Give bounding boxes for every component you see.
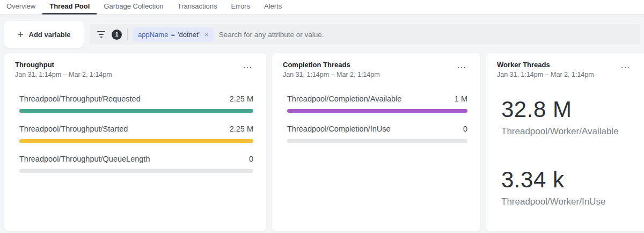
tab-transactions[interactable]: Transactions — [171, 0, 224, 14]
stat-label: Threadpool/Worker/Available — [501, 126, 631, 137]
metric-label: Threadpool/Throughput/Started — [19, 125, 128, 133]
tab-garbage-collection[interactable]: Garbage Collection — [97, 0, 170, 14]
card-time-range: Jan 31, 1:14pm – Mar 2, 1:14pm — [15, 71, 112, 78]
metric-label: Threadpool/Completion/InUse — [287, 125, 391, 133]
tab-overview[interactable]: Overview — [6, 0, 42, 14]
metric-value: 2.25 M — [230, 94, 253, 103]
metric-bar — [19, 169, 253, 173]
card-throughput: ThroughputJan 31, 1:14pm – Mar 2, 1:14pm… — [4, 53, 266, 231]
stat-value: 32.8 M — [501, 97, 631, 122]
card-header: Completion ThreadsJan 31, 1:14pm – Mar 2… — [283, 61, 467, 78]
metric-row: Threadpool/Throughput/Requested2.25 M — [19, 94, 253, 113]
card-time-range: Jan 31, 1:14pm – Mar 2, 1:14pm — [497, 71, 594, 78]
stat-label: Threadpool/Worker/InUse — [501, 196, 631, 207]
card-menu-ellipsis-icon[interactable]: ... — [456, 61, 467, 70]
metric-value: 0 — [249, 155, 253, 163]
filter-bar[interactable]: 1 appName = 'dotnet' × — [90, 24, 640, 45]
card-header: ThroughputJan 31, 1:14pm – Mar 2, 1:14pm… — [15, 61, 253, 78]
toolbar: + Add variable 1 appName = 'dotnet' × — [0, 14, 644, 48]
card-title: Throughput — [15, 61, 112, 69]
card-menu-ellipsis-icon[interactable]: ... — [620, 61, 631, 70]
chip-remove-icon[interactable]: × — [204, 31, 209, 39]
filter-divider — [127, 28, 128, 40]
card-worker-threads: Worker ThreadsJan 31, 1:14pm – Mar 2, 1:… — [486, 53, 644, 231]
add-variable-button[interactable]: + Add variable — [4, 21, 84, 48]
metric-label: Threadpool/Throughput/Requested — [19, 94, 141, 103]
card-header: Worker ThreadsJan 31, 1:14pm – Mar 2, 1:… — [497, 61, 631, 78]
add-variable-label: Add variable — [29, 31, 71, 39]
metric-bar — [287, 139, 467, 143]
metric-row: Threadpool/Completion/Available1 M — [287, 94, 467, 113]
metric-line: Threadpool/Throughput/Started2.25 M — [19, 125, 253, 133]
card-time-range: Jan 31, 1:14pm – Mar 2, 1:14pm — [283, 71, 380, 78]
card-header-text: Completion ThreadsJan 31, 1:14pm – Mar 2… — [283, 61, 380, 78]
tab-bar: OverviewThread PoolGarbage CollectionTra… — [0, 0, 644, 14]
filter-funnel-icon — [96, 30, 106, 39]
metric-label: Threadpool/Throughput/QueueLength — [19, 155, 150, 163]
metric-line: Threadpool/Completion/Available1 M — [287, 94, 467, 103]
metric-bar — [19, 139, 253, 143]
filter-chip-appname[interactable]: appName = 'dotnet' × — [133, 27, 214, 42]
card-header-text: ThroughputJan 31, 1:14pm – Mar 2, 1:14pm — [15, 61, 112, 78]
card-title: Worker Threads — [497, 61, 594, 69]
metric-line: Threadpool/Throughput/Requested2.25 M — [19, 94, 253, 103]
attribute-search-input[interactable] — [219, 31, 633, 39]
metric-value: 2.25 M — [230, 125, 253, 133]
plus-icon: + — [17, 30, 23, 40]
metric-bar — [19, 109, 253, 113]
tab-thread-pool[interactable]: Thread Pool — [42, 0, 97, 14]
card-title: Completion Threads — [283, 61, 380, 69]
chip-operator: = — [171, 31, 175, 39]
metric-value: 0 — [463, 125, 467, 133]
card-completion-threads: Completion ThreadsJan 31, 1:14pm – Mar 2… — [272, 53, 480, 231]
metric-value: 1 M — [455, 94, 467, 103]
tab-alerts[interactable]: Alerts — [257, 0, 289, 14]
chip-value: 'dotnet' — [178, 31, 200, 39]
metric-line: Threadpool/Completion/InUse0 — [287, 125, 467, 133]
dashboard-cards: ThroughputJan 31, 1:14pm – Mar 2, 1:14pm… — [0, 48, 644, 231]
metric-row: Threadpool/Throughput/QueueLength0 — [19, 155, 253, 173]
stat-value: 3.34 k — [501, 167, 631, 193]
metric-rows: Threadpool/Throughput/Requested2.25 MThr… — [15, 94, 253, 173]
card-header-text: Worker ThreadsJan 31, 1:14pm – Mar 2, 1:… — [497, 61, 594, 78]
filter-count-badge: 1 — [112, 30, 122, 40]
tab-errors[interactable]: Errors — [224, 0, 257, 14]
stat: 3.34 kThreadpool/Worker/InUse — [501, 167, 631, 207]
metric-line: Threadpool/Throughput/QueueLength0 — [19, 155, 253, 163]
big-number-stats: 32.8 MThreadpool/Worker/Available3.34 kT… — [497, 97, 631, 207]
stat: 32.8 MThreadpool/Worker/Available — [501, 97, 631, 137]
metric-label: Threadpool/Completion/Available — [287, 94, 401, 103]
metric-row: Threadpool/Completion/InUse0 — [287, 125, 467, 143]
metric-bar — [287, 109, 467, 113]
chip-attribute: appName — [138, 31, 168, 39]
metric-rows: Threadpool/Completion/Available1 MThread… — [283, 94, 467, 143]
card-menu-ellipsis-icon[interactable]: ... — [242, 61, 253, 70]
metric-row: Threadpool/Throughput/Started2.25 M — [19, 125, 253, 143]
